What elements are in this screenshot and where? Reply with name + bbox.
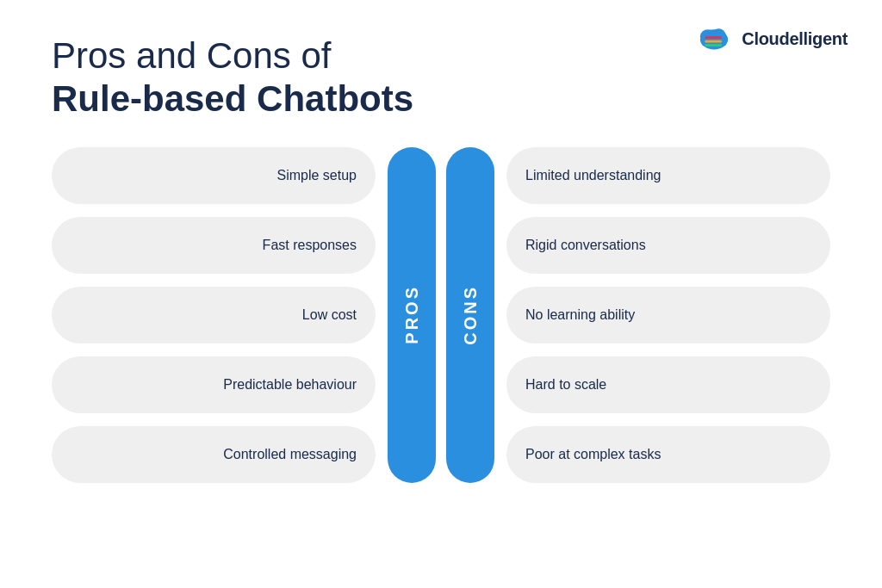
pros-item-1: Simple setup [52,147,376,204]
cons-item-1: Limited understanding [506,147,830,204]
cons-item-3: No learning ability [506,287,830,344]
content-area: Simple setup Fast responses Low cost Pre… [52,147,830,483]
cloudelligent-logo-icon [695,24,733,53]
pros-column: Simple setup Fast responses Low cost Pre… [52,147,376,483]
pros-item-2: Fast responses [52,217,376,274]
pros-label: PROS [402,285,422,344]
page: Cloudelligent Pros and Cons of Rule-base… [0,0,882,588]
cons-item-2: Rigid conversations [506,217,830,274]
svg-rect-5 [705,44,722,46]
cons-item-5: Poor at complex tasks [506,426,830,483]
cons-item-4: Hard to scale [506,356,830,413]
svg-point-2 [712,28,726,40]
pros-item-5: Controlled messaging [52,426,376,483]
cons-column: Limited understanding Rigid conversation… [506,147,830,483]
pros-bar: PROS [388,147,436,483]
cons-bar: CONS [446,147,494,483]
pros-item-4: Predictable behaviour [52,356,376,413]
logo-text: Cloudelligent [742,29,848,49]
svg-rect-3 [705,36,722,39]
cons-label: CONS [461,285,481,345]
title-line2: Rule-based Chatbots [52,77,830,121]
pros-item-3: Low cost [52,287,376,344]
logo-area: Cloudelligent [695,24,848,53]
center-area: PROS CONS [376,147,506,483]
svg-rect-4 [705,40,722,43]
